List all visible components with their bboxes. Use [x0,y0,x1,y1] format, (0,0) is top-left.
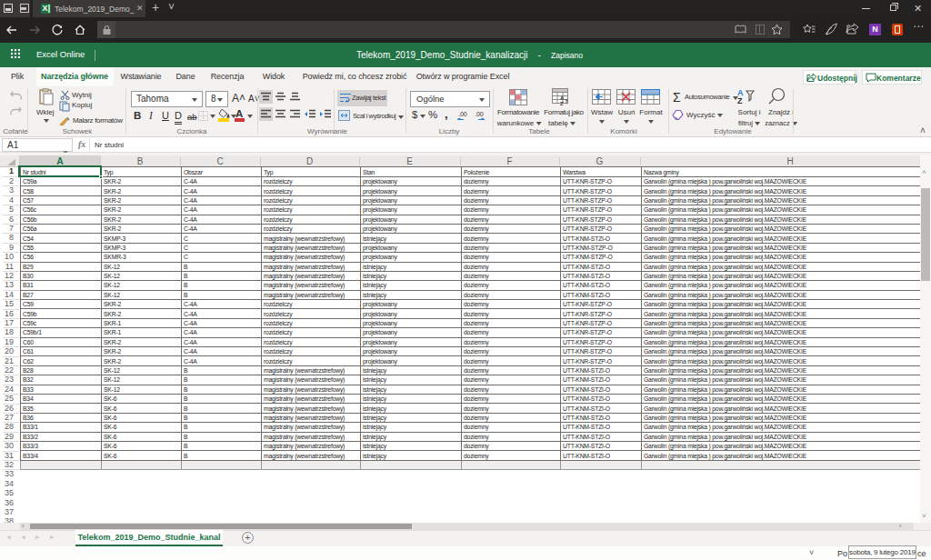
svg-text:Z: Z [560,101,564,105]
svg-text:.00: .00 [475,111,484,117]
svg-text:.00: .00 [458,111,467,117]
svg-text:Z: Z [737,96,743,105]
